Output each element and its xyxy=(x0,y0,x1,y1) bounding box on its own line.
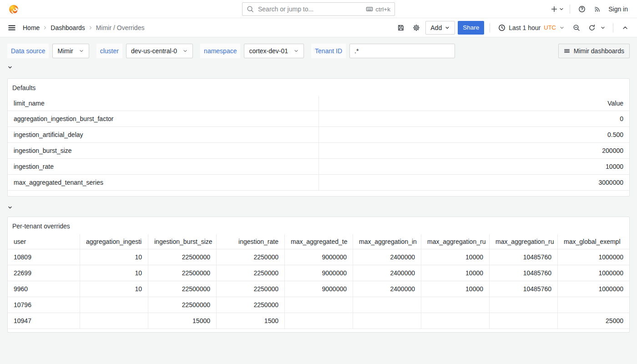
column-header[interactable]: ingestion_burst_size xyxy=(148,234,216,249)
table-cell: 10000 xyxy=(421,281,489,297)
variable-tenant-id: Tenant ID xyxy=(311,44,455,58)
table-cell: 2400000 xyxy=(353,265,421,281)
refresh-interval-button[interactable] xyxy=(598,21,607,34)
breadcrumb: Home Dashboards Mimir / Overrides xyxy=(23,24,144,31)
chevron-down-icon xyxy=(7,205,13,210)
cluster-select[interactable]: dev-us-central-0 xyxy=(126,44,193,58)
topnav-actions: Sign in xyxy=(551,3,631,15)
search-input[interactable]: ctrl+k xyxy=(242,2,395,16)
dashboard-row-toggle[interactable] xyxy=(7,204,25,211)
table-cell xyxy=(489,297,557,313)
mimir-dashboards-button[interactable]: Mimir dashboards xyxy=(558,44,630,58)
tenant-id-input[interactable] xyxy=(349,44,455,58)
table-row: ingestion_artificial_delay0.500 xyxy=(8,127,629,143)
table-cell: 10000 xyxy=(421,249,489,265)
table-cell: 1500 xyxy=(216,313,284,329)
search-icon xyxy=(247,5,254,13)
table-row: 2269910225000002250000900000024000001000… xyxy=(8,265,629,281)
column-header[interactable]: max_aggregation_in xyxy=(353,234,421,249)
column-header[interactable]: max_aggregated_te xyxy=(284,234,353,249)
per-tenant-overrides-panel: Per-tenant overrides useraggregation_ing… xyxy=(7,217,630,333)
new-menu-button[interactable] xyxy=(551,3,564,15)
variable-label: Tenant ID xyxy=(311,44,346,58)
column-header[interactable]: user xyxy=(8,234,80,249)
chevron-down-icon xyxy=(182,48,188,54)
table-cell: 10 xyxy=(80,265,148,281)
datasource-value: Mimir xyxy=(57,47,73,55)
breadcrumb-dashboards[interactable]: Dashboards xyxy=(51,24,85,31)
time-range-label: Last 1 hour xyxy=(509,24,541,31)
namespace-select[interactable]: cortex-dev-01 xyxy=(244,44,304,58)
column-header[interactable]: aggregation_ingesti xyxy=(80,234,148,249)
chevron-right-icon xyxy=(42,25,48,30)
table-cell xyxy=(80,297,148,313)
table-cell: 10796 xyxy=(8,297,80,313)
table-cell xyxy=(421,313,489,329)
search-field[interactable] xyxy=(257,5,363,13)
divider xyxy=(570,5,570,14)
help-button[interactable] xyxy=(576,3,588,15)
news-button[interactable] xyxy=(591,3,604,15)
collapse-topbar-button[interactable] xyxy=(619,21,632,34)
breadcrumb-current: Mimir / Overrides xyxy=(96,24,145,31)
table-row: 10796225000002250000 xyxy=(8,297,629,313)
column-header[interactable]: max_global_exempl xyxy=(557,234,629,249)
table-cell: ingestion_rate xyxy=(8,159,318,175)
panel-title[interactable]: Per-tenant overrides xyxy=(8,217,629,234)
refresh-icon xyxy=(588,24,596,31)
table-cell: 1000000 xyxy=(557,249,629,265)
table-cell: 10 xyxy=(80,249,148,265)
column-header[interactable]: limit_name xyxy=(8,96,318,111)
column-header[interactable]: max_aggregation_ru xyxy=(421,234,489,249)
add-panel-button[interactable]: Add xyxy=(425,21,455,35)
table-cell: 1000000 xyxy=(557,265,629,281)
menu-icon xyxy=(564,48,570,54)
table-cell xyxy=(421,297,489,313)
column-header[interactable]: max_aggregation_ru xyxy=(489,234,557,249)
table-cell: 1000000 xyxy=(557,281,629,297)
panel-title[interactable]: Defaults xyxy=(8,79,629,96)
table-cell xyxy=(284,313,353,329)
search-shortcut-badge: ctrl+k xyxy=(366,5,390,13)
save-icon xyxy=(397,24,404,31)
chevron-down-icon xyxy=(293,48,299,54)
table-cell: 10000 xyxy=(318,159,629,175)
dashboard-toolbar: Home Dashboards Mimir / Overrides Add Sh… xyxy=(0,18,637,37)
table-cell xyxy=(284,297,353,313)
table-cell: 2250000 xyxy=(216,281,284,297)
mega-menu-toggle[interactable] xyxy=(5,21,18,34)
grafana-logo[interactable] xyxy=(6,2,21,16)
dashboard-row-toggle[interactable] xyxy=(7,64,25,71)
table-cell: 22500000 xyxy=(148,265,216,281)
refresh-button[interactable] xyxy=(586,21,598,34)
breadcrumb-home[interactable]: Home xyxy=(23,24,40,31)
table-cell: 10485760 xyxy=(489,265,557,281)
share-button[interactable]: Share xyxy=(458,21,484,35)
variable-namespace: namespace cortex-dev-01 xyxy=(200,44,304,58)
table-cell: 10485760 xyxy=(489,249,557,265)
table-cell: 9960 xyxy=(8,281,80,297)
divider xyxy=(613,23,613,32)
help-circle-icon xyxy=(578,5,586,13)
variable-label: cluster xyxy=(96,44,122,58)
zoom-out-icon xyxy=(573,24,580,31)
column-header[interactable]: ingestion_rate xyxy=(216,234,284,249)
search-shortcut-label: ctrl+k xyxy=(375,6,390,13)
chevron-down-icon xyxy=(559,25,565,30)
clock-icon xyxy=(498,24,506,31)
sign-in-button[interactable]: Sign in xyxy=(607,5,631,13)
zoom-out-time-button[interactable] xyxy=(570,21,583,34)
add-panel-label: Add xyxy=(430,24,442,31)
table-cell: aggregation_ingestion_burst_factor xyxy=(8,111,318,127)
column-header[interactable]: Value xyxy=(318,96,629,111)
dashboard-settings-button[interactable] xyxy=(410,21,423,34)
table-cell: 9000000 xyxy=(284,281,353,297)
table-cell: 10000 xyxy=(421,265,489,281)
table-cell: max_aggregated_tenant_series xyxy=(8,175,318,191)
time-range-picker[interactable]: Last 1 hour UTC xyxy=(495,21,567,35)
table-row: max_aggregated_tenant_series3000000 xyxy=(8,175,629,191)
datasource-select[interactable]: Mimir xyxy=(52,44,89,58)
table-cell: 0.500 xyxy=(318,127,629,143)
save-dashboard-button[interactable] xyxy=(394,21,407,34)
table-cell: 0 xyxy=(318,111,629,127)
